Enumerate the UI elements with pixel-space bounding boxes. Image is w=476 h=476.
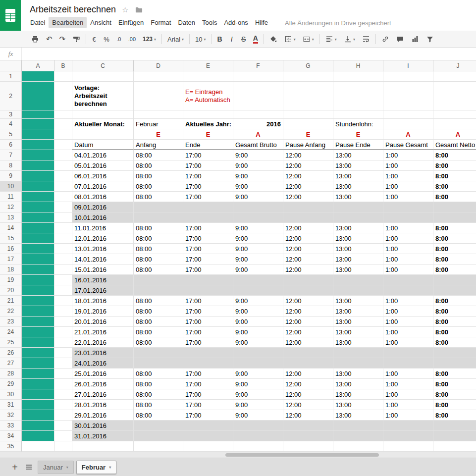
cell-G10[interactable]: 12:00 [283,181,333,192]
cell-D9[interactable]: 08:00 [134,171,183,181]
cell-C3[interactable] [72,110,134,119]
cell-G31[interactable]: 12:00 [283,400,333,410]
row-header-21[interactable]: 21 [0,296,22,306]
row-header-33[interactable]: 33 [0,421,22,431]
cell-C30[interactable]: 27.01.2016 [72,389,134,400]
cell-F31[interactable]: 9:00 [233,400,283,410]
row-header-7[interactable]: 7 [0,150,22,160]
cell-J6[interactable]: Gesamt Netto [433,140,476,150]
cell-E12[interactable] [183,202,233,212]
cell-A22[interactable] [22,306,54,317]
cell-E20[interactable] [183,285,233,296]
cell-I7[interactable]: 1:00 [383,150,433,160]
cell-H25[interactable]: 13:00 [333,337,383,348]
cell-B31[interactable] [54,400,72,410]
cell-G22[interactable]: 12:00 [283,306,333,317]
more-formats-icon[interactable]: 123▾ [140,33,159,45]
cell-J16[interactable]: 8:00 [433,244,476,254]
cell-J3[interactable] [433,110,476,119]
cell-B20[interactable] [54,285,72,296]
cell-J19[interactable] [433,275,476,285]
cell-A12[interactable] [22,202,54,212]
cell-D17[interactable]: 08:00 [134,254,183,264]
cell-H8[interactable]: 13:00 [333,160,383,171]
cell-J14[interactable]: 8:00 [433,223,476,233]
col-header-C[interactable]: C [72,60,134,71]
cell-C24[interactable]: 21.01.2016 [72,327,134,337]
cell-B33[interactable] [54,421,72,431]
cell-B25[interactable] [54,337,72,348]
cell-B34[interactable] [54,431,72,441]
cell-D19[interactable] [134,275,183,285]
cell-B6[interactable] [54,140,72,150]
cell-A1[interactable] [22,71,54,82]
row-header-26[interactable]: 26 [0,348,22,358]
cell-D24[interactable]: 08:00 [134,327,183,337]
cell-C2[interactable]: Vorlage: Arbeitszeit berechnen [72,82,134,110]
cell-C31[interactable]: 28.01.2016 [72,400,134,410]
cell-G28[interactable]: 12:00 [283,369,333,379]
cell-H28[interactable]: 13:00 [333,369,383,379]
cell-F7[interactable]: 9:00 [233,150,283,160]
cell-G16[interactable]: 12:00 [283,244,333,254]
cell-I21[interactable]: 1:00 [383,296,433,306]
cell-E14[interactable]: 17:00 [183,223,233,233]
horizontal-align-icon[interactable]: ▾ [322,33,340,45]
cell-E33[interactable] [183,421,233,431]
row-header-11[interactable]: 11 [0,192,22,202]
cell-F15[interactable]: 9:00 [233,233,283,244]
cell-E19[interactable] [183,275,233,285]
cell-I10[interactable]: 1:00 [383,181,433,192]
cell-H7[interactable]: 13:00 [333,150,383,160]
cell-G1[interactable] [283,71,333,82]
cell-D5[interactable]: E [134,129,183,140]
cell-I24[interactable]: 1:00 [383,327,433,337]
cell-A29[interactable] [22,379,54,389]
cell-D30[interactable]: 08:00 [134,389,183,400]
cell-G3[interactable] [283,110,333,119]
redo-icon[interactable]: ↷ [56,33,69,45]
cell-F4[interactable]: 2016 [233,119,283,129]
cell-B29[interactable] [54,379,72,389]
cell-B27[interactable] [54,358,72,369]
borders-icon[interactable]: ▾ [281,33,299,45]
cell-H22[interactable]: 13:00 [333,306,383,317]
cell-A3[interactable] [22,110,54,119]
cell-B24[interactable] [54,327,72,337]
cell-J9[interactable]: 8:00 [433,171,476,181]
cell-I34[interactable] [383,431,433,441]
cell-C17[interactable]: 14.01.2016 [72,254,134,264]
cell-J8[interactable]: 8:00 [433,160,476,171]
row-header-29[interactable]: 29 [0,379,22,389]
cell-I26[interactable] [383,348,433,358]
cell-D18[interactable]: 08:00 [134,264,183,275]
cell-D25[interactable]: 08:00 [134,337,183,348]
cell-C26[interactable]: 23.01.2016 [72,348,134,358]
cell-G13[interactable] [283,212,333,223]
cell-D14[interactable]: 08:00 [134,223,183,233]
cell-G27[interactable] [283,358,333,369]
cell-F1[interactable] [233,71,283,82]
cell-I4[interactable] [383,119,433,129]
cell-A14[interactable] [22,223,54,233]
cell-J18[interactable]: 8:00 [433,264,476,275]
cell-E32[interactable]: 17:00 [183,410,233,421]
col-header-G[interactable]: G [283,60,333,71]
cell-I15[interactable]: 1:00 [383,233,433,244]
cell-A35[interactable] [22,441,54,452]
cell-H29[interactable]: 13:00 [333,379,383,389]
cell-B16[interactable] [54,244,72,254]
cell-D2[interactable] [134,82,183,110]
cell-C35[interactable] [72,441,134,452]
cell-H17[interactable]: 13:00 [333,254,383,264]
cell-E8[interactable]: 17:00 [183,160,233,171]
row-header-16[interactable]: 16 [0,244,22,254]
cell-B4[interactable] [54,119,72,129]
cell-F34[interactable] [233,431,283,441]
cell-B14[interactable] [54,223,72,233]
cell-I25[interactable]: 1:00 [383,337,433,348]
cell-H14[interactable]: 13:00 [333,223,383,233]
cell-B32[interactable] [54,410,72,421]
cell-D33[interactable] [134,421,183,431]
cell-D27[interactable] [134,358,183,369]
